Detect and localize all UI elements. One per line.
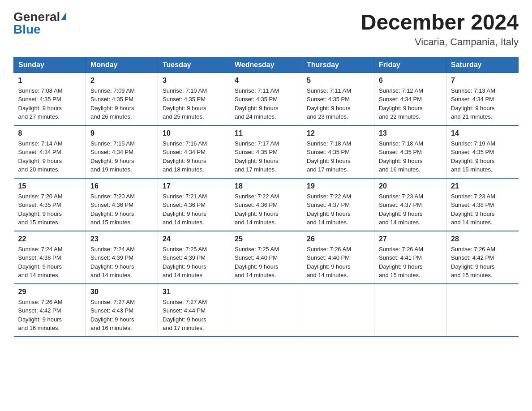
calendar-header-row: SundayMondayTuesdayWednesdayThursdayFrid…	[14, 57, 519, 73]
day-number: 22	[18, 235, 82, 243]
day-number: 25	[235, 235, 297, 243]
calendar-week-row: 22Sunrise: 7:24 AMSunset: 4:38 PMDayligh…	[14, 231, 519, 284]
header-saturday: Saturday	[446, 57, 519, 73]
title-block: December 2024 Vicaria, Campania, Italy	[361, 11, 519, 48]
calendar-cell: 7Sunrise: 7:13 AMSunset: 4:34 PMDaylight…	[446, 73, 519, 125]
day-number: 14	[451, 129, 514, 137]
day-info: Sunrise: 7:18 AMSunset: 4:35 PMDaylight:…	[307, 139, 369, 174]
day-number: 20	[379, 182, 442, 190]
day-number: 30	[90, 288, 153, 296]
day-info: Sunrise: 7:23 AMSunset: 4:38 PMDaylight:…	[451, 192, 514, 227]
calendar-cell: 17Sunrise: 7:21 AMSunset: 4:36 PMDayligh…	[158, 178, 230, 231]
calendar-cell: 14Sunrise: 7:19 AMSunset: 4:35 PMDayligh…	[446, 125, 519, 178]
calendar-table: SundayMondayTuesdayWednesdayThursdayFrid…	[13, 57, 519, 337]
day-info: Sunrise: 7:27 AMSunset: 4:44 PMDaylight:…	[163, 298, 225, 333]
calendar-cell: 6Sunrise: 7:12 AMSunset: 4:34 PMDaylight…	[374, 73, 446, 125]
calendar-cell	[302, 284, 374, 337]
calendar-cell: 15Sunrise: 7:20 AMSunset: 4:35 PMDayligh…	[14, 178, 86, 231]
day-info: Sunrise: 7:16 AMSunset: 4:34 PMDaylight:…	[163, 139, 225, 174]
day-number: 24	[163, 235, 225, 243]
calendar-cell: 12Sunrise: 7:18 AMSunset: 4:35 PMDayligh…	[302, 125, 374, 178]
calendar-cell: 16Sunrise: 7:20 AMSunset: 4:36 PMDayligh…	[86, 178, 158, 231]
calendar-cell	[230, 284, 302, 337]
day-info: Sunrise: 7:23 AMSunset: 4:37 PMDaylight:…	[379, 192, 442, 227]
day-info: Sunrise: 7:15 AMSunset: 4:34 PMDaylight:…	[90, 139, 153, 174]
header-monday: Monday	[86, 57, 158, 73]
calendar-week-row: 15Sunrise: 7:20 AMSunset: 4:35 PMDayligh…	[14, 178, 519, 231]
day-number: 3	[163, 77, 225, 85]
day-info: Sunrise: 7:24 AMSunset: 4:38 PMDaylight:…	[18, 245, 82, 280]
day-info: Sunrise: 7:26 AMSunset: 4:40 PMDaylight:…	[307, 245, 369, 280]
calendar-week-row: 29Sunrise: 7:26 AMSunset: 4:42 PMDayligh…	[14, 284, 519, 337]
calendar-cell: 2Sunrise: 7:09 AMSunset: 4:35 PMDaylight…	[86, 73, 158, 125]
calendar-cell: 25Sunrise: 7:25 AMSunset: 4:40 PMDayligh…	[230, 231, 302, 284]
day-number: 4	[235, 77, 297, 85]
day-number: 31	[163, 288, 225, 296]
calendar-cell: 29Sunrise: 7:26 AMSunset: 4:42 PMDayligh…	[14, 284, 86, 337]
day-number: 2	[90, 77, 153, 85]
header-sunday: Sunday	[14, 57, 86, 73]
day-number: 28	[451, 235, 514, 243]
calendar-cell: 10Sunrise: 7:16 AMSunset: 4:34 PMDayligh…	[158, 125, 230, 178]
logo-triangle-icon	[61, 12, 66, 20]
day-info: Sunrise: 7:22 AMSunset: 4:36 PMDaylight:…	[235, 192, 297, 227]
header-thursday: Thursday	[302, 57, 374, 73]
calendar-cell: 31Sunrise: 7:27 AMSunset: 4:44 PMDayligh…	[158, 284, 230, 337]
day-number: 27	[379, 235, 442, 243]
day-info: Sunrise: 7:18 AMSunset: 4:35 PMDaylight:…	[379, 139, 442, 174]
day-info: Sunrise: 7:26 AMSunset: 4:42 PMDaylight:…	[451, 245, 514, 280]
day-info: Sunrise: 7:14 AMSunset: 4:34 PMDaylight:…	[18, 139, 82, 174]
calendar-cell: 13Sunrise: 7:18 AMSunset: 4:35 PMDayligh…	[374, 125, 446, 178]
calendar-cell: 4Sunrise: 7:11 AMSunset: 4:35 PMDaylight…	[230, 73, 302, 125]
day-number: 21	[451, 182, 514, 190]
calendar-cell: 5Sunrise: 7:11 AMSunset: 4:35 PMDaylight…	[302, 73, 374, 125]
day-number: 12	[307, 129, 369, 137]
day-info: Sunrise: 7:20 AMSunset: 4:35 PMDaylight:…	[18, 192, 82, 227]
day-number: 23	[90, 235, 153, 243]
day-info: Sunrise: 7:12 AMSunset: 4:34 PMDaylight:…	[379, 86, 442, 121]
calendar-cell: 23Sunrise: 7:24 AMSunset: 4:39 PMDayligh…	[86, 231, 158, 284]
calendar-cell: 22Sunrise: 7:24 AMSunset: 4:38 PMDayligh…	[14, 231, 86, 284]
day-number: 8	[18, 129, 82, 137]
location-subtitle: Vicaria, Campania, Italy	[361, 36, 519, 48]
calendar-cell: 3Sunrise: 7:10 AMSunset: 4:35 PMDaylight…	[158, 73, 230, 125]
day-info: Sunrise: 7:25 AMSunset: 4:40 PMDaylight:…	[235, 245, 297, 280]
logo-general: General	[13, 11, 60, 23]
calendar-cell: 8Sunrise: 7:14 AMSunset: 4:34 PMDaylight…	[14, 125, 86, 178]
calendar-week-row: 8Sunrise: 7:14 AMSunset: 4:34 PMDaylight…	[14, 125, 519, 178]
header-wednesday: Wednesday	[230, 57, 302, 73]
day-info: Sunrise: 7:26 AMSunset: 4:42 PMDaylight:…	[18, 298, 82, 333]
calendar-cell: 18Sunrise: 7:22 AMSunset: 4:36 PMDayligh…	[230, 178, 302, 231]
calendar-cell	[446, 284, 519, 337]
day-number: 6	[379, 77, 442, 85]
month-year-title: December 2024	[361, 11, 519, 34]
day-number: 16	[90, 182, 153, 190]
day-info: Sunrise: 7:22 AMSunset: 4:37 PMDaylight:…	[307, 192, 369, 227]
day-info: Sunrise: 7:09 AMSunset: 4:35 PMDaylight:…	[90, 86, 153, 121]
day-number: 5	[307, 77, 369, 85]
day-info: Sunrise: 7:26 AMSunset: 4:41 PMDaylight:…	[379, 245, 442, 280]
day-number: 9	[90, 129, 153, 137]
calendar-cell: 28Sunrise: 7:26 AMSunset: 4:42 PMDayligh…	[446, 231, 519, 284]
logo: General Blue	[13, 11, 66, 36]
calendar-cell: 21Sunrise: 7:23 AMSunset: 4:38 PMDayligh…	[446, 178, 519, 231]
calendar-cell: 9Sunrise: 7:15 AMSunset: 4:34 PMDaylight…	[86, 125, 158, 178]
header-tuesday: Tuesday	[158, 57, 230, 73]
day-info: Sunrise: 7:21 AMSunset: 4:36 PMDaylight:…	[163, 192, 225, 227]
header-friday: Friday	[374, 57, 446, 73]
day-info: Sunrise: 7:17 AMSunset: 4:35 PMDaylight:…	[235, 139, 297, 174]
calendar-week-row: 1Sunrise: 7:08 AMSunset: 4:35 PMDaylight…	[14, 73, 519, 125]
day-info: Sunrise: 7:27 AMSunset: 4:43 PMDaylight:…	[90, 298, 153, 333]
day-number: 10	[163, 129, 225, 137]
day-info: Sunrise: 7:19 AMSunset: 4:35 PMDaylight:…	[451, 139, 514, 174]
day-number: 15	[18, 182, 82, 190]
day-number: 26	[307, 235, 369, 243]
day-number: 13	[379, 129, 442, 137]
day-number: 18	[235, 182, 297, 190]
calendar-cell: 11Sunrise: 7:17 AMSunset: 4:35 PMDayligh…	[230, 125, 302, 178]
day-number: 1	[18, 77, 82, 85]
calendar-cell: 26Sunrise: 7:26 AMSunset: 4:40 PMDayligh…	[302, 231, 374, 284]
calendar-cell: 24Sunrise: 7:25 AMSunset: 4:39 PMDayligh…	[158, 231, 230, 284]
day-info: Sunrise: 7:08 AMSunset: 4:35 PMDaylight:…	[18, 86, 82, 121]
calendar-cell: 30Sunrise: 7:27 AMSunset: 4:43 PMDayligh…	[86, 284, 158, 337]
